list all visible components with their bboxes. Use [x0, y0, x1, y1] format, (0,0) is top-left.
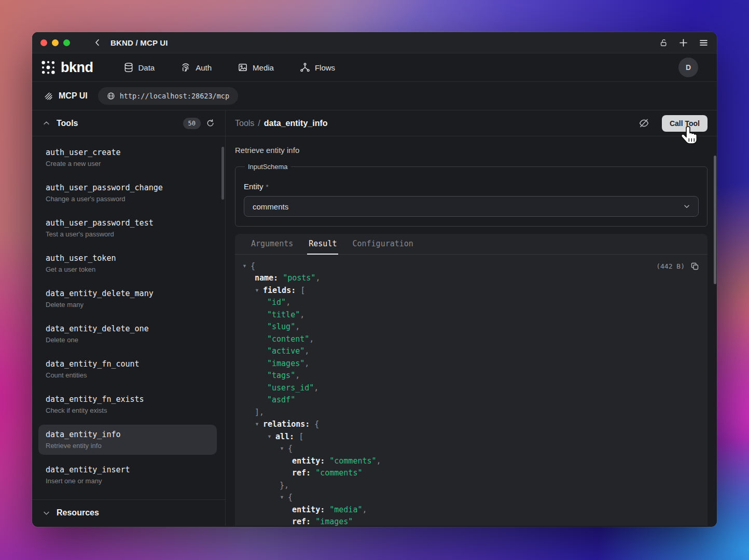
tool-description: Check if entity exists [46, 407, 210, 414]
json-key: all: [275, 432, 294, 441]
tab-arguments[interactable]: Arguments [249, 234, 295, 255]
json-punctuation: , [304, 359, 309, 368]
json-line: "title", [235, 309, 708, 321]
json-line: "slug", [235, 321, 708, 333]
tool-list-item[interactable]: data_entity_fn_countCount entities [38, 354, 217, 384]
nav-item-media[interactable]: Media [238, 62, 274, 73]
tool-name: auth_user_password_test [46, 218, 210, 228]
collapse-triangle-icon[interactable]: ▼ [242, 263, 251, 269]
tool-description: Create a new user [46, 160, 210, 167]
json-punctuation: , [304, 346, 309, 356]
input-schema-legend: InputSchema [245, 163, 291, 171]
back-icon [93, 38, 102, 47]
json-string: "slug" [267, 322, 295, 331]
tool-description: Retrieve entity info [46, 442, 210, 450]
collapse-triangle-icon[interactable]: ▼ [267, 434, 275, 439]
json-punctuation: { [288, 493, 293, 502]
close-button[interactable] [40, 39, 47, 46]
tool-name: auth_user_password_change [46, 183, 210, 192]
json-line: "images", [235, 357, 708, 370]
minimize-button[interactable] [52, 39, 59, 46]
tool-list-item[interactable]: auth_user_tokenGet a user token [38, 248, 217, 278]
nav-item-label: Data [138, 63, 155, 72]
json-punctuation: { [288, 444, 293, 453]
sidebar-scrollbar[interactable] [221, 147, 224, 200]
user-avatar[interactable]: D [678, 58, 698, 77]
tool-detail-pane: Tools / data_entity_info Call Tool Retri… [226, 110, 717, 526]
json-punctuation: { [251, 261, 255, 271]
breadcrumb-separator: / [258, 119, 260, 128]
result-panel: ArgumentsResultConfiguration (442 B) ▼{n… [235, 234, 708, 526]
flows-icon [300, 62, 310, 73]
json-punctuation: }, [280, 481, 289, 490]
json-punctuation: , [309, 334, 314, 344]
app-navbar: bknd Data Auth Media Flows D [32, 53, 717, 82]
bknd-logo-icon [40, 60, 56, 75]
json-line: name: "posts", [235, 272, 708, 285]
tool-list-item[interactable]: data_entity_infoRetrieve entity info [38, 425, 217, 455]
nav-item-label: Media [253, 63, 274, 72]
json-line: ref: "images" [235, 516, 708, 526]
json-line: "active", [235, 345, 708, 358]
zoom-button[interactable] [63, 39, 70, 46]
tool-list-item[interactable]: auth_user_password_testTest a user's pas… [38, 213, 217, 243]
json-punctuation [311, 468, 315, 478]
result-size: (442 B) [656, 262, 685, 270]
tool-list-item[interactable]: data_entity_delete_oneDelete one [38, 319, 217, 349]
tools-sidebar: Tools 50 auth_user_createCreate a new us… [32, 110, 226, 526]
plus-icon [678, 38, 688, 48]
window-scrollbar[interactable] [714, 156, 716, 284]
new-tab-button[interactable] [678, 38, 688, 48]
json-string: "id" [267, 298, 286, 307]
tool-list-item[interactable]: data_entity_insertInsert one or many [38, 460, 217, 490]
json-line: "content", [235, 333, 708, 345]
lock-button[interactable] [659, 38, 668, 47]
resources-header[interactable]: Resources [32, 499, 225, 526]
collapse-triangle-icon[interactable]: ▼ [280, 446, 288, 451]
tool-description: Delete many [46, 301, 210, 309]
json-key: relations: [263, 419, 310, 429]
collapse-triangle-icon[interactable]: ▼ [280, 495, 288, 500]
tools-header[interactable]: Tools 50 [32, 110, 225, 136]
mcp-icon [44, 91, 53, 101]
tool-list-item[interactable]: auth_user_createCreate a new user [38, 143, 217, 173]
copy-result-button[interactable] [690, 262, 699, 271]
collapse-triangle-icon[interactable]: ▼ [255, 422, 263, 427]
tool-list-item[interactable]: auth_user_password_changeChange a user's… [38, 178, 217, 208]
json-string: "images" [267, 359, 304, 368]
tool-detail-header: Tools / data_entity_info Call Tool [226, 110, 717, 136]
window-menu-button[interactable] [699, 38, 709, 48]
nav-item-auth[interactable]: Auth [181, 62, 212, 73]
json-line: ref: "comments" [235, 467, 708, 480]
json-punctuation [325, 456, 329, 466]
call-tool-button[interactable]: Call Tool [662, 115, 708, 132]
mcp-title: MCP UI [59, 91, 88, 101]
server-url-pill[interactable]: http://localhost:28623/mcp [98, 87, 238, 105]
chevron-up-icon [43, 119, 50, 127]
tools-title: Tools [57, 119, 78, 128]
json-string: "users_id" [267, 383, 314, 393]
tool-list-item[interactable]: data_entity_delete_manyDelete many [38, 284, 217, 314]
tab-result[interactable]: Result [307, 234, 338, 255]
back-button[interactable] [93, 38, 102, 47]
json-line: "id", [235, 297, 708, 309]
json-punctuation: , [377, 456, 381, 466]
json-line: ▼{ [235, 443, 708, 455]
brand-logo[interactable]: bknd [40, 60, 93, 76]
nav-item-flows[interactable]: Flows [300, 62, 335, 73]
json-punctuation: ], [255, 408, 264, 417]
nav-item-data[interactable]: Data [123, 62, 155, 73]
json-punctuation [278, 273, 283, 283]
refresh-tools-button[interactable] [206, 119, 215, 128]
tool-list-item[interactable]: data_entity_fn_existsCheck if entity exi… [38, 389, 217, 419]
breadcrumb-section[interactable]: Tools [235, 119, 254, 128]
json-punctuation [311, 517, 315, 526]
tab-configuration[interactable]: Configuration [351, 234, 414, 255]
entity-select[interactable]: comments [244, 196, 699, 217]
collapse-triangle-icon[interactable]: ▼ [255, 288, 263, 293]
server-url: http://localhost:28623/mcp [120, 92, 229, 100]
lock-open-icon [659, 38, 668, 47]
toggle-visibility-button[interactable] [639, 118, 649, 129]
json-punctuation: , [286, 298, 290, 307]
database-icon [123, 62, 134, 73]
